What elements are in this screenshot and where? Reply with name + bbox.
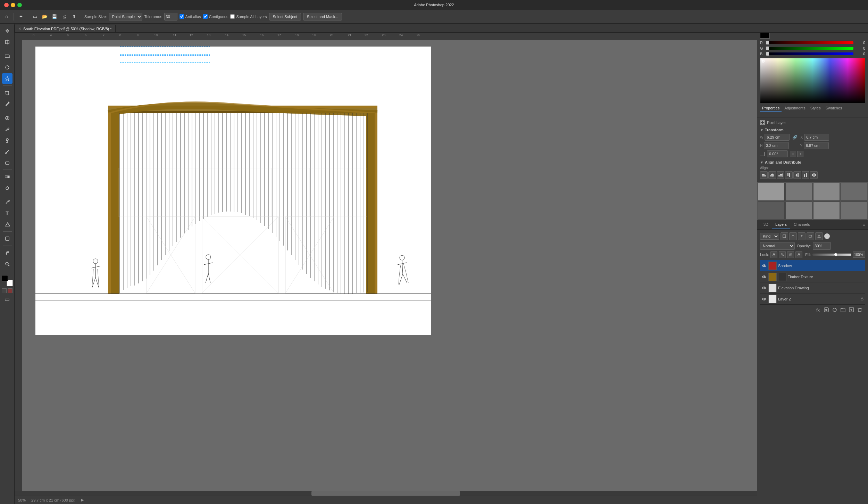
layer-group-button[interactable] xyxy=(840,306,846,313)
layer-fx-button[interactable]: fx xyxy=(815,306,821,313)
change-screen-mode[interactable]: ▭ xyxy=(5,296,10,303)
tab-adjustments[interactable]: Adjustments xyxy=(782,105,808,111)
save-icon[interactable]: 💾 xyxy=(51,13,58,20)
align-middle-v-button[interactable] xyxy=(793,171,801,179)
sample-size-select[interactable]: Point Sample xyxy=(109,13,142,20)
gradient-tool[interactable] xyxy=(2,172,12,182)
fill-value[interactable] xyxy=(853,251,865,258)
layers-panel-options-icon[interactable]: ≡ xyxy=(863,222,865,227)
tab-properties[interactable]: Properties xyxy=(760,105,782,111)
close-button[interactable] xyxy=(4,3,9,7)
status-arrow[interactable]: ▶ xyxy=(81,498,84,502)
layer-layer2-visibility[interactable] xyxy=(761,296,767,302)
dodge-tool[interactable] xyxy=(2,183,12,193)
hand-tool[interactable] xyxy=(2,248,12,258)
layer-item-timber[interactable]: Timber Texture xyxy=(760,271,865,282)
layer-mask-button[interactable] xyxy=(823,306,830,313)
eraser-tool[interactable] xyxy=(2,157,12,168)
layer-item-layer2[interactable]: Layer 2 xyxy=(760,294,865,305)
type-tool[interactable]: T xyxy=(2,208,12,218)
export-icon[interactable]: ⬆ xyxy=(70,13,78,20)
lock-pixels-button[interactable] xyxy=(770,251,777,258)
foreground-background-swatches[interactable] xyxy=(2,275,13,286)
tab-3d[interactable]: 3D xyxy=(760,220,772,229)
artboard-tool[interactable] xyxy=(2,37,12,47)
crop-tool[interactable] xyxy=(2,88,12,98)
lock-position-button[interactable]: ✎ xyxy=(779,251,786,258)
history-brush-tool[interactable] xyxy=(2,146,12,157)
layer-adjustment-button[interactable] xyxy=(831,306,838,313)
layer-delete-button[interactable] xyxy=(856,306,863,313)
canvas-area[interactable]: 3 4 5 6 7 8 9 10 11 12 13 14 15 16 17 18… xyxy=(15,33,757,504)
lock-artboard-button[interactable]: ⊞ xyxy=(787,251,794,258)
select-subject-button[interactable]: Select Subject xyxy=(269,13,301,20)
tab-swatches[interactable]: Swatches xyxy=(824,105,844,111)
tab-styles[interactable]: Styles xyxy=(808,105,823,111)
align-bottom-button[interactable] xyxy=(802,171,809,179)
sample-all-layers-checkbox[interactable] xyxy=(230,14,235,19)
new-doc-icon[interactable]: ▭ xyxy=(31,13,39,20)
align-top-button[interactable] xyxy=(785,171,793,179)
filter-toggle-button[interactable] xyxy=(824,233,830,239)
select-and-mask-button[interactable]: Select and Mask... xyxy=(303,13,342,20)
flip-v-button[interactable]: ↕ xyxy=(797,151,803,157)
blend-mode-select[interactable]: Normal xyxy=(760,242,795,250)
layer-elevation-visibility[interactable] xyxy=(761,285,767,291)
layer-timber-visibility[interactable] xyxy=(761,274,767,280)
maximize-button[interactable] xyxy=(17,3,22,7)
color-b-slider[interactable] xyxy=(766,52,853,55)
contiguous-checkbox[interactable] xyxy=(203,14,208,19)
w-input[interactable] xyxy=(765,134,790,141)
angle-input[interactable] xyxy=(767,150,788,157)
layers-filter-select[interactable]: Kind xyxy=(760,233,779,240)
lock-all-button[interactable] xyxy=(795,251,802,258)
filter-adj-button[interactable] xyxy=(789,232,797,240)
align-center-h-button[interactable] xyxy=(768,171,776,179)
zoom-tool[interactable] xyxy=(2,259,12,269)
brush-tool[interactable] xyxy=(2,124,12,134)
pen-tool[interactable] xyxy=(2,197,12,207)
fill-slider[interactable] xyxy=(812,254,851,256)
layer-item-shadow[interactable]: Shadow xyxy=(760,260,865,271)
move-tool[interactable]: ✥ xyxy=(2,26,12,36)
distribute-left-button[interactable] xyxy=(810,171,818,179)
quick-mask-off[interactable] xyxy=(2,288,7,293)
layer-add-button[interactable] xyxy=(848,306,855,313)
color-spectrum-picker[interactable] xyxy=(760,58,865,103)
tab-layers[interactable]: Layers xyxy=(772,220,790,229)
clone-stamp-tool[interactable] xyxy=(2,135,12,146)
lasso-tool[interactable] xyxy=(2,62,12,73)
link-icon[interactable]: 🔗 xyxy=(792,135,798,140)
opacity-input[interactable] xyxy=(813,242,831,250)
flip-h-button[interactable]: ↔ xyxy=(790,151,796,157)
quick-mask-on[interactable] xyxy=(8,288,12,293)
open-icon[interactable]: 📂 xyxy=(41,13,49,20)
print-icon[interactable]: 🖨 xyxy=(60,13,68,20)
filter-shape-button[interactable] xyxy=(807,232,814,240)
shape-tool[interactable] xyxy=(2,233,12,244)
color-r-slider[interactable] xyxy=(766,41,853,44)
doc-close-icon[interactable]: ✕ xyxy=(18,27,21,31)
tab-channels[interactable]: Channels xyxy=(790,220,813,229)
x-input[interactable] xyxy=(804,134,829,141)
foreground-color-swatch[interactable] xyxy=(2,275,8,281)
filter-pixel-button[interactable] xyxy=(781,232,788,240)
h-scrollbar[interactable] xyxy=(15,491,757,496)
tolerance-input[interactable]: 30 xyxy=(164,13,177,20)
path-selection-tool[interactable] xyxy=(2,219,12,230)
filter-text-button[interactable]: T xyxy=(798,232,806,240)
document-tab[interactable]: ✕ South Elevation PDF.pdf @ 50% (Shadow,… xyxy=(15,25,116,32)
magic-wand-tool[interactable] xyxy=(2,73,12,84)
anti-alias-checkbox[interactable] xyxy=(180,14,184,19)
eyedropper-tool[interactable] xyxy=(2,99,12,109)
align-right-button[interactable] xyxy=(777,171,784,179)
home-icon[interactable]: ⌂ xyxy=(3,13,10,20)
color-g-slider[interactable] xyxy=(766,47,853,50)
filter-smart-button[interactable] xyxy=(815,232,823,240)
layer-shadow-visibility[interactable] xyxy=(761,263,767,268)
h-scrollbar-thumb[interactable] xyxy=(311,491,460,496)
marquee-rect-tool[interactable] xyxy=(2,51,12,61)
magic-wand-tool-icon[interactable]: ✦ xyxy=(17,13,25,20)
align-left-button[interactable] xyxy=(760,171,768,179)
minimize-button[interactable] xyxy=(11,3,15,7)
